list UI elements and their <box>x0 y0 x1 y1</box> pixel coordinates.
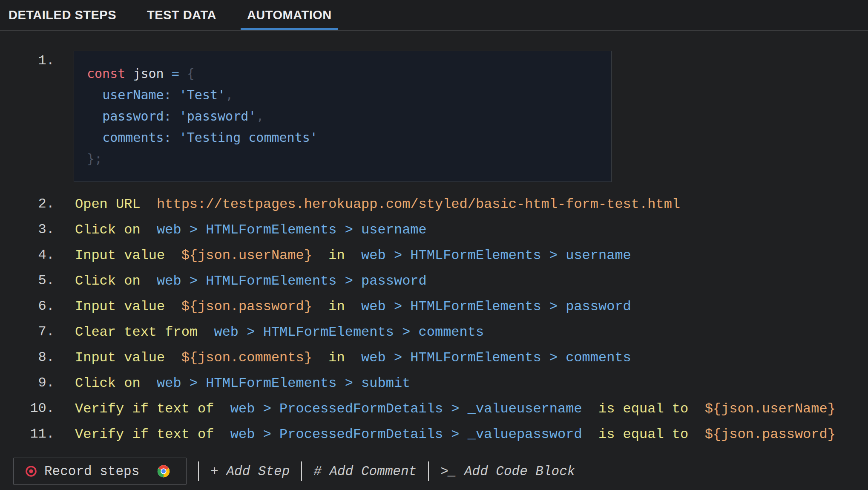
tab-bar: DETAILED STEPS TEST DATA AUTOMATION <box>0 0 868 31</box>
step-keyword: is equal to <box>598 427 688 442</box>
element-path: web > HTMLFormElements > password <box>361 299 631 314</box>
step-text: Clear text from web > HTMLFormElements >… <box>75 324 484 340</box>
tab-test-data[interactable]: TEST DATA <box>141 0 223 30</box>
toolbar-divider <box>198 461 199 481</box>
step-row[interactable]: 1.const json = { userName: 'Test', passw… <box>0 51 868 182</box>
step-number: 5. <box>0 268 55 294</box>
step-number: 4. <box>0 242 55 268</box>
tab-automation[interactable]: AUTOMATION <box>241 0 338 30</box>
add-step-button[interactable]: + Add Step <box>210 464 290 479</box>
step-text: Open URL https://testpages.herokuapp.com… <box>75 196 680 212</box>
step-keyword: Click on <box>75 375 141 391</box>
step-text: Input value ${json.userName} in web > HT… <box>75 248 631 263</box>
step-value: https://testpages.herokuapp.com/styled/b… <box>157 196 680 212</box>
add-comment-button[interactable]: # Add Comment <box>313 464 417 479</box>
step-value: ${json.userName} <box>705 401 836 417</box>
step-keyword: is equal to <box>598 401 688 417</box>
step-text: Verify if text of web > ProcessedFormDet… <box>75 427 836 442</box>
step-row[interactable]: 9.Click on web > HTMLFormElements > subm… <box>0 370 868 396</box>
code-line: const json = { <box>87 63 598 84</box>
step-text: Verify if text of web > ProcessedFormDet… <box>75 401 836 417</box>
step-keyword: Verify if text of <box>75 427 214 442</box>
step-number: 6. <box>0 294 55 319</box>
step-keyword: in <box>328 350 345 366</box>
step-text: Click on web > HTMLFormElements > userna… <box>75 222 427 238</box>
chrome-icon <box>156 464 171 478</box>
step-number: 3. <box>0 217 55 242</box>
step-value: ${json.password} <box>705 427 836 442</box>
tab-label: AUTOMATION <box>247 8 332 22</box>
step-row[interactable]: 3.Click on web > HTMLFormElements > user… <box>0 217 868 242</box>
step-value: ${json.comments} <box>181 350 312 366</box>
step-keyword: in <box>328 299 345 314</box>
step-keyword: in <box>328 248 345 263</box>
step-number: 7. <box>0 319 55 345</box>
add-code-block-button[interactable]: >_ Add Code Block <box>440 464 575 479</box>
element-path: web > ProcessedFormDetails > _valueusern… <box>230 401 582 417</box>
record-steps-label: Record steps <box>44 464 139 479</box>
automation-steps-panel: 1.const json = { userName: 'Test', passw… <box>0 31 868 447</box>
toolbar-divider <box>428 461 429 481</box>
record-icon <box>25 465 37 478</box>
tab-label: DETAILED STEPS <box>9 8 116 22</box>
element-path: web > HTMLFormElements > comments <box>361 350 631 366</box>
step-keyword: Click on <box>75 273 141 289</box>
step-keyword: Input value <box>75 350 165 366</box>
element-path: web > HTMLFormElements > username <box>361 248 631 263</box>
step-keyword: Verify if text of <box>75 401 214 417</box>
step-row[interactable]: 5.Click on web > HTMLFormElements > pass… <box>0 268 868 294</box>
tab-detailed-steps[interactable]: DETAILED STEPS <box>2 0 123 30</box>
step-keyword: Input value <box>75 299 165 314</box>
code-line: password: 'password', <box>87 106 598 127</box>
record-steps-button[interactable]: Record steps <box>13 458 187 485</box>
tab-label: TEST DATA <box>147 8 216 22</box>
step-number: 8. <box>0 345 55 370</box>
element-path: web > HTMLFormElements > username <box>157 222 427 238</box>
step-value: ${json.userName} <box>181 248 312 263</box>
step-text: Click on web > HTMLFormElements > passwo… <box>75 273 427 289</box>
element-path: web > HTMLFormElements > comments <box>214 324 484 340</box>
step-text: Input value ${json.comments} in web > HT… <box>75 350 631 366</box>
step-row[interactable]: 7.Clear text from web > HTMLFormElements… <box>0 319 868 345</box>
step-row[interactable]: 10.Verify if text of web > ProcessedForm… <box>0 396 868 421</box>
step-row[interactable]: 2.Open URL https://testpages.herokuapp.c… <box>0 191 868 217</box>
step-text: Input value ${json.password} in web > HT… <box>75 299 631 314</box>
step-row[interactable]: 11.Verify if text of web > ProcessedForm… <box>0 421 868 447</box>
step-row[interactable]: 4.Input value ${json.userName} in web > … <box>0 242 868 268</box>
app-window: DETAILED STEPS TEST DATA AUTOMATION 1.co… <box>0 0 868 447</box>
step-text: Click on web > HTMLFormElements > submit <box>75 375 410 391</box>
step-number: 1. <box>0 51 55 70</box>
code-block[interactable]: const json = { userName: 'Test', passwor… <box>74 51 612 182</box>
code-line: }; <box>87 148 598 170</box>
step-number: 10. <box>0 396 55 421</box>
step-number: 9. <box>0 370 55 396</box>
step-keyword: Open URL <box>75 196 141 212</box>
bottom-toolbar: Record steps + Add Step # Add Comment >_… <box>13 458 575 485</box>
element-path: web > HTMLFormElements > password <box>157 273 427 289</box>
step-keyword: Clear text from <box>75 324 198 340</box>
code-line: userName: 'Test', <box>87 84 598 106</box>
step-row[interactable]: 6.Input value ${json.password} in web > … <box>0 294 868 319</box>
step-keyword: Click on <box>75 222 141 238</box>
step-number: 11. <box>0 421 55 447</box>
step-keyword: Input value <box>75 248 165 263</box>
step-value: ${json.password} <box>181 299 312 314</box>
element-path: web > HTMLFormElements > submit <box>157 375 410 391</box>
element-path: web > ProcessedFormDetails > _valuepassw… <box>230 427 582 442</box>
toolbar-divider <box>301 461 302 481</box>
step-number: 2. <box>0 191 55 217</box>
step-row[interactable]: 8.Input value ${json.comments} in web > … <box>0 345 868 370</box>
code-line: comments: 'Testing comments' <box>87 127 598 148</box>
steps-list: 1.const json = { userName: 'Test', passw… <box>0 51 868 447</box>
